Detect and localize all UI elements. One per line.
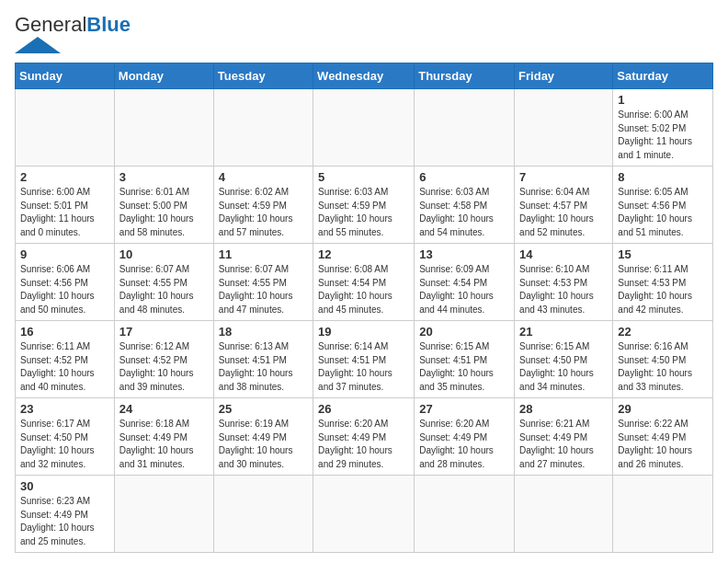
day-number: 6 bbox=[419, 170, 509, 184]
week-row-4: 23Sunrise: 6:17 AM Sunset: 4:50 PM Dayli… bbox=[16, 398, 713, 476]
week-row-0: 1Sunrise: 6:00 AM Sunset: 5:02 PM Daylig… bbox=[16, 89, 713, 167]
day-info: Sunrise: 6:07 AM Sunset: 4:55 PM Dayligh… bbox=[119, 263, 209, 316]
day-number: 15 bbox=[618, 247, 708, 261]
calendar-cell: 18Sunrise: 6:13 AM Sunset: 4:51 PM Dayli… bbox=[213, 321, 313, 398]
header-thursday: Thursday bbox=[415, 63, 515, 89]
day-number: 3 bbox=[119, 170, 209, 184]
calendar-cell: 23Sunrise: 6:17 AM Sunset: 4:50 PM Dayli… bbox=[16, 398, 115, 476]
calendar-cell: 11Sunrise: 6:07 AM Sunset: 4:55 PM Dayli… bbox=[213, 244, 313, 321]
day-number: 14 bbox=[519, 247, 608, 261]
calendar-cell: 26Sunrise: 6:20 AM Sunset: 4:49 PM Dayli… bbox=[313, 398, 415, 476]
day-info: Sunrise: 6:18 AM Sunset: 4:49 PM Dayligh… bbox=[119, 418, 209, 471]
calendar-cell bbox=[415, 476, 515, 553]
calendar-cell: 4Sunrise: 6:02 AM Sunset: 4:59 PM Daylig… bbox=[213, 167, 313, 244]
calendar-cell: 15Sunrise: 6:11 AM Sunset: 4:53 PM Dayli… bbox=[613, 244, 713, 321]
calendar-cell bbox=[515, 89, 613, 167]
page-header: GeneralBlue bbox=[15, 15, 713, 53]
day-number: 9 bbox=[20, 247, 109, 261]
calendar-cell: 1Sunrise: 6:00 AM Sunset: 5:02 PM Daylig… bbox=[613, 89, 713, 167]
day-info: Sunrise: 6:22 AM Sunset: 4:49 PM Dayligh… bbox=[618, 418, 708, 471]
day-number: 11 bbox=[219, 247, 308, 261]
day-number: 12 bbox=[318, 247, 409, 261]
day-number: 5 bbox=[318, 170, 409, 184]
day-number: 1 bbox=[618, 93, 708, 107]
day-number: 20 bbox=[419, 325, 509, 339]
day-info: Sunrise: 6:15 AM Sunset: 4:51 PM Dayligh… bbox=[419, 340, 509, 394]
day-number: 13 bbox=[419, 247, 509, 261]
day-info: Sunrise: 6:16 AM Sunset: 4:50 PM Dayligh… bbox=[618, 340, 708, 394]
day-info: Sunrise: 6:03 AM Sunset: 4:58 PM Dayligh… bbox=[419, 186, 509, 239]
logo-icon bbox=[15, 37, 61, 53]
day-info: Sunrise: 6:03 AM Sunset: 4:59 PM Dayligh… bbox=[318, 186, 409, 239]
day-info: Sunrise: 6:05 AM Sunset: 4:56 PM Dayligh… bbox=[618, 186, 708, 239]
calendar-cell bbox=[213, 89, 313, 167]
day-number: 27 bbox=[419, 402, 509, 416]
day-info: Sunrise: 6:14 AM Sunset: 4:51 PM Dayligh… bbox=[318, 340, 409, 394]
calendar-cell: 2Sunrise: 6:00 AM Sunset: 5:01 PM Daylig… bbox=[16, 167, 115, 244]
day-number: 2 bbox=[20, 170, 109, 184]
calendar-cell bbox=[313, 476, 415, 553]
calendar-cell: 3Sunrise: 6:01 AM Sunset: 5:00 PM Daylig… bbox=[114, 167, 213, 244]
day-number: 10 bbox=[119, 247, 209, 261]
day-info: Sunrise: 6:23 AM Sunset: 4:49 PM Dayligh… bbox=[20, 495, 109, 548]
calendar-cell: 14Sunrise: 6:10 AM Sunset: 4:53 PM Dayli… bbox=[515, 244, 613, 321]
day-number: 26 bbox=[318, 402, 409, 416]
day-number: 28 bbox=[519, 402, 608, 416]
day-info: Sunrise: 6:10 AM Sunset: 4:53 PM Dayligh… bbox=[519, 263, 608, 316]
week-row-1: 2Sunrise: 6:00 AM Sunset: 5:01 PM Daylig… bbox=[16, 167, 713, 244]
calendar-cell bbox=[114, 476, 213, 553]
day-number: 7 bbox=[519, 170, 608, 184]
day-info: Sunrise: 6:17 AM Sunset: 4:50 PM Dayligh… bbox=[20, 418, 109, 471]
day-number: 22 bbox=[618, 325, 708, 339]
logo: GeneralBlue bbox=[15, 15, 131, 53]
calendar-cell: 13Sunrise: 6:09 AM Sunset: 4:54 PM Dayli… bbox=[415, 244, 515, 321]
calendar-cell: 8Sunrise: 6:05 AM Sunset: 4:56 PM Daylig… bbox=[613, 167, 713, 244]
week-row-5: 30Sunrise: 6:23 AM Sunset: 4:49 PM Dayli… bbox=[16, 476, 713, 553]
logo-general: General bbox=[15, 13, 86, 36]
day-number: 24 bbox=[119, 402, 209, 416]
week-row-2: 9Sunrise: 6:06 AM Sunset: 4:56 PM Daylig… bbox=[16, 244, 713, 321]
header-tuesday: Tuesday bbox=[213, 63, 313, 89]
day-number: 17 bbox=[119, 325, 209, 339]
header-friday: Friday bbox=[515, 63, 613, 89]
day-info: Sunrise: 6:00 AM Sunset: 5:02 PM Dayligh… bbox=[618, 109, 708, 162]
calendar-cell bbox=[16, 89, 115, 167]
day-number: 8 bbox=[618, 170, 708, 184]
day-number: 21 bbox=[519, 325, 608, 339]
header-sunday: Sunday bbox=[16, 63, 115, 89]
day-info: Sunrise: 6:20 AM Sunset: 4:49 PM Dayligh… bbox=[419, 418, 509, 471]
svg-marker-0 bbox=[15, 37, 61, 53]
calendar-cell: 12Sunrise: 6:08 AM Sunset: 4:54 PM Dayli… bbox=[313, 244, 415, 321]
calendar-cell: 30Sunrise: 6:23 AM Sunset: 4:49 PM Dayli… bbox=[16, 476, 115, 553]
day-info: Sunrise: 6:20 AM Sunset: 4:49 PM Dayligh… bbox=[318, 418, 409, 471]
calendar-cell: 28Sunrise: 6:21 AM Sunset: 4:49 PM Dayli… bbox=[515, 398, 613, 476]
header-saturday: Saturday bbox=[613, 63, 713, 89]
calendar-cell: 5Sunrise: 6:03 AM Sunset: 4:59 PM Daylig… bbox=[313, 167, 415, 244]
day-info: Sunrise: 6:19 AM Sunset: 4:49 PM Dayligh… bbox=[219, 418, 308, 471]
calendar-cell: 27Sunrise: 6:20 AM Sunset: 4:49 PM Dayli… bbox=[415, 398, 515, 476]
week-row-3: 16Sunrise: 6:11 AM Sunset: 4:52 PM Dayli… bbox=[16, 321, 713, 398]
day-number: 4 bbox=[219, 170, 308, 184]
calendar-cell: 29Sunrise: 6:22 AM Sunset: 4:49 PM Dayli… bbox=[613, 398, 713, 476]
calendar-cell: 17Sunrise: 6:12 AM Sunset: 4:52 PM Dayli… bbox=[114, 321, 213, 398]
calendar-cell: 19Sunrise: 6:14 AM Sunset: 4:51 PM Dayli… bbox=[313, 321, 415, 398]
day-info: Sunrise: 6:06 AM Sunset: 4:56 PM Dayligh… bbox=[20, 263, 109, 316]
header-row: SundayMondayTuesdayWednesdayThursdayFrid… bbox=[16, 63, 713, 89]
day-number: 16 bbox=[20, 325, 109, 339]
logo-text: GeneralBlue bbox=[15, 15, 131, 35]
calendar-table: SundayMondayTuesdayWednesdayThursdayFrid… bbox=[15, 63, 713, 553]
calendar-cell: 16Sunrise: 6:11 AM Sunset: 4:52 PM Dayli… bbox=[16, 321, 115, 398]
day-info: Sunrise: 6:11 AM Sunset: 4:52 PM Dayligh… bbox=[20, 340, 109, 394]
day-info: Sunrise: 6:21 AM Sunset: 4:49 PM Dayligh… bbox=[519, 418, 608, 471]
calendar-cell: 9Sunrise: 6:06 AM Sunset: 4:56 PM Daylig… bbox=[16, 244, 115, 321]
calendar-cell: 24Sunrise: 6:18 AM Sunset: 4:49 PM Dayli… bbox=[114, 398, 213, 476]
logo-blue: Blue bbox=[86, 13, 131, 36]
calendar-cell: 6Sunrise: 6:03 AM Sunset: 4:58 PM Daylig… bbox=[415, 167, 515, 244]
header-wednesday: Wednesday bbox=[313, 63, 415, 89]
calendar-cell bbox=[213, 476, 313, 553]
calendar-cell: 10Sunrise: 6:07 AM Sunset: 4:55 PM Dayli… bbox=[114, 244, 213, 321]
header-monday: Monday bbox=[114, 63, 213, 89]
day-info: Sunrise: 6:13 AM Sunset: 4:51 PM Dayligh… bbox=[219, 340, 308, 394]
day-info: Sunrise: 6:07 AM Sunset: 4:55 PM Dayligh… bbox=[219, 263, 308, 316]
calendar-cell: 20Sunrise: 6:15 AM Sunset: 4:51 PM Dayli… bbox=[415, 321, 515, 398]
